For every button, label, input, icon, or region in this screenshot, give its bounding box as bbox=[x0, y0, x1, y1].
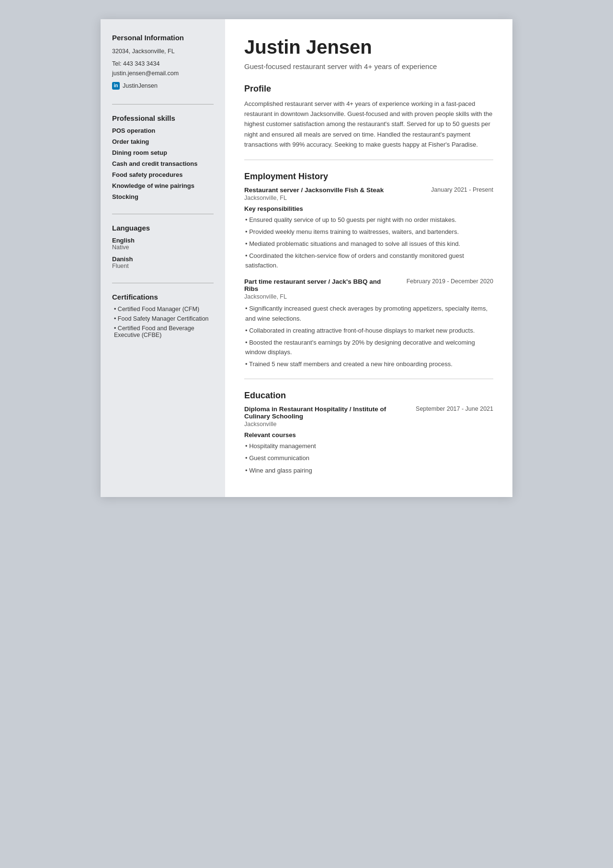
bullet-0-0: • Ensured quality service of up to 50 gu… bbox=[244, 215, 493, 225]
tel-number: 443 343 3434 bbox=[123, 60, 159, 67]
bullet-0-2: • Mediated problematic situations and ma… bbox=[244, 239, 493, 249]
languages-section: Languages English Native Danish Fluent bbox=[112, 224, 214, 269]
skill-item: Knowledge of wine pairings bbox=[112, 182, 214, 189]
email: justin.jensen@email.com bbox=[112, 69, 214, 78]
cert-text-0: Certified Food Manager (CFM) bbox=[118, 306, 199, 312]
skill-item: Order taking bbox=[112, 138, 214, 145]
certifications-title: Certifications bbox=[112, 293, 214, 301]
job-location-0: Jacksonville, FL bbox=[244, 195, 493, 201]
course-0-2: • Wine and glass pairing bbox=[244, 466, 493, 475]
job-title-0: Restaurant server / Jacksonville Fish & … bbox=[244, 186, 384, 194]
job-header-0: Restaurant server / Jacksonville Fish & … bbox=[244, 186, 493, 194]
language-danish: Danish Fluent bbox=[112, 255, 214, 269]
job-date-1: February 2019 - December 2020 bbox=[407, 278, 493, 285]
candidate-name: Justin Jensen bbox=[244, 36, 493, 58]
cert-text-1: Food Safety Manager Certification bbox=[118, 315, 209, 322]
edu-entry-0: Diploma in Restaurant Hospitality / Inst… bbox=[244, 405, 493, 475]
languages-title: Languages bbox=[112, 224, 214, 232]
job-location-1: Jacksonville, FL bbox=[244, 293, 493, 300]
divider-1 bbox=[112, 104, 214, 104]
course-0-0: • Hospitality management bbox=[244, 441, 493, 451]
personal-info-section: Personal Information 32034, Jacksonville… bbox=[112, 34, 214, 91]
cert-item-0: • Certified Food Manager (CFM) bbox=[112, 306, 214, 312]
cert-item-2: • Certified Food and Beverage Executive … bbox=[112, 325, 214, 338]
bullet-1-2: • Boosted the restaurant's earnings by 2… bbox=[244, 338, 493, 357]
bullet-1-0: • Significantly increased guest check av… bbox=[244, 304, 493, 323]
job-entry-1: Part time restaurant server / Jack's BBQ… bbox=[244, 278, 493, 369]
lang-level-english: Native bbox=[112, 244, 214, 251]
bullet-0-3: • Coordinated the kitchen-service flow o… bbox=[244, 251, 493, 270]
divider-2 bbox=[112, 214, 214, 214]
resume-container: Personal Information 32034, Jacksonville… bbox=[101, 19, 512, 497]
linkedin-row: in JustinJensen bbox=[112, 81, 214, 91]
bullet-1-3: • Trained 5 new staff members and create… bbox=[244, 359, 493, 369]
linkedin-handle: JustinJensen bbox=[123, 81, 158, 91]
skill-item: Dining room setup bbox=[112, 149, 214, 156]
skill-item: POS operation bbox=[112, 127, 214, 134]
skill-item: Food safety procedures bbox=[112, 171, 214, 178]
education-section-title: Education bbox=[244, 391, 493, 401]
edu-header-0: Diploma in Restaurant Hospitality / Inst… bbox=[244, 405, 493, 420]
responsibilities-title-0: Key responsibilities bbox=[244, 205, 493, 212]
skills-title: Professional skills bbox=[112, 114, 214, 122]
certifications-section: Certifications • Certified Food Manager … bbox=[112, 293, 214, 338]
tel-label: Tel: bbox=[112, 60, 121, 67]
lang-name-english: English bbox=[112, 237, 214, 244]
cert-text-2: Certified Food and Beverage Executive (C… bbox=[114, 325, 194, 338]
bullet-0-1: • Provided weekly menu items training to… bbox=[244, 227, 493, 237]
personal-info-title: Personal Information bbox=[112, 34, 214, 42]
courses-title-0: Relevant courses bbox=[244, 431, 493, 439]
job-header-1: Part time restaurant server / Jack's BBQ… bbox=[244, 278, 493, 292]
candidate-tagline: Guest-focused restaurant server with 4+ … bbox=[244, 61, 493, 72]
skill-item: Stocking bbox=[112, 193, 214, 200]
divider-3 bbox=[112, 283, 214, 283]
telephone: Tel: 443 343 3434 bbox=[112, 59, 214, 69]
edu-location-0: Jacksonville bbox=[244, 421, 493, 428]
job-title-1: Part time restaurant server / Jack's BBQ… bbox=[244, 278, 394, 292]
job-entry-0: Restaurant server / Jacksonville Fish & … bbox=[244, 186, 493, 271]
cert-item-1: • Food Safety Manager Certification bbox=[112, 315, 214, 322]
lang-name-danish: Danish bbox=[112, 255, 214, 263]
lang-level-danish: Fluent bbox=[112, 263, 214, 269]
address: 32034, Jacksonville, FL bbox=[112, 46, 214, 56]
main-content: Justin Jensen Guest-focused restaurant s… bbox=[225, 19, 512, 497]
bullet-1-1: • Collaborated in creating attractive fr… bbox=[244, 326, 493, 336]
course-0-1: • Guest communication bbox=[244, 453, 493, 463]
profile-section-title: Profile bbox=[244, 84, 493, 94]
skills-section: Professional skills POS operation Order … bbox=[112, 114, 214, 200]
employment-section-title: Employment History bbox=[244, 172, 493, 182]
edu-title-0: Diploma in Restaurant Hospitality / Inst… bbox=[244, 405, 389, 420]
profile-text: Accomplished restaurant server with 4+ y… bbox=[244, 99, 493, 150]
linkedin-icon: in bbox=[112, 82, 120, 90]
sidebar: Personal Information 32034, Jacksonville… bbox=[101, 19, 225, 497]
skill-item: Cash and credit transactions bbox=[112, 160, 214, 167]
edu-date-0: September 2017 - June 2021 bbox=[416, 405, 493, 412]
language-english: English Native bbox=[112, 237, 214, 251]
divider-employment bbox=[244, 160, 493, 160]
divider-education bbox=[244, 379, 493, 379]
job-date-0: January 2021 - Present bbox=[431, 186, 493, 193]
